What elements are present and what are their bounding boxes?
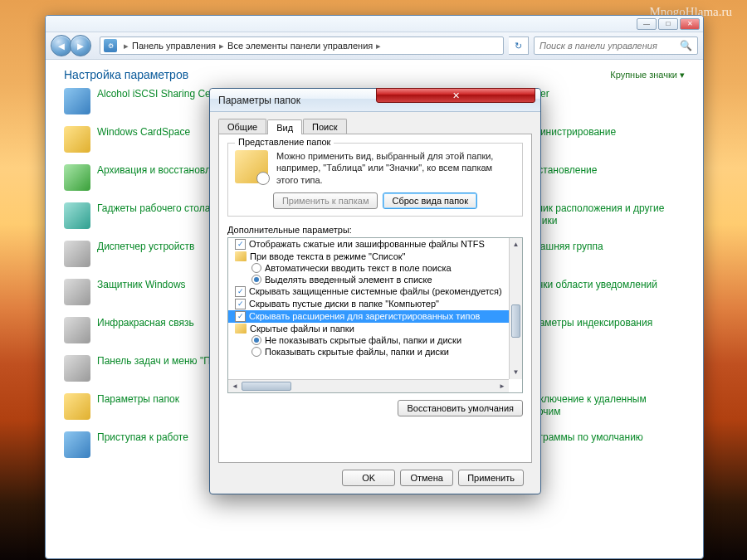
applet-link[interactable]: Защитник Windows: [97, 279, 186, 291]
scroll-down-icon[interactable]: ▼: [510, 366, 522, 379]
radio-icon[interactable]: [251, 335, 261, 345]
folder-icon: [235, 150, 268, 183]
applet-icon: [64, 88, 90, 114]
restore-defaults-button[interactable]: Восстановить умолчания: [398, 400, 523, 416]
tree-row[interactable]: При вводе текста в режиме "Список": [228, 251, 522, 262]
tab-search[interactable]: Поиск: [303, 119, 346, 134]
tree-row[interactable]: Показывать скрытые файлы, папки и диски: [228, 346, 522, 358]
tree-row-label: Показывать скрытые файлы, папки и диски: [265, 347, 449, 357]
tree-row-label: Скрытые файлы и папки: [250, 324, 354, 334]
cancel-button[interactable]: Отмена: [400, 470, 453, 486]
tree-row-label: Скрывать защищенные системные файлы (рек…: [249, 286, 502, 296]
radio-icon[interactable]: [251, 275, 261, 285]
vertical-scrollbar[interactable]: ▲ ▼: [509, 238, 522, 379]
checkbox-icon[interactable]: ✓: [235, 299, 246, 309]
applet-icon: [64, 355, 90, 382]
apply-to-folders-button[interactable]: Применить к папкам: [273, 192, 378, 209]
scroll-left-icon[interactable]: ◄: [228, 382, 242, 390]
applet-link[interactable]: Параметры папок: [97, 393, 179, 406]
applet-link[interactable]: Инфракрасная связь: [97, 317, 194, 329]
folder-views-fieldset: Представление папок Можно применить вид,…: [227, 143, 523, 217]
nav-toolbar: ◄ ► ⚙ ▸ Панель управления ▸ Все элементы…: [46, 32, 703, 60]
tree-row-label: При вводе текста в режиме "Список": [250, 251, 405, 261]
tab-view[interactable]: Вид: [267, 119, 302, 134]
folder-options-dialog: Параметры папок ✕ Общие Вид Поиск Предст…: [209, 88, 541, 494]
folder-icon: [235, 324, 247, 334]
fieldset-description: Можно применить вид, выбранный для этой …: [276, 150, 515, 186]
breadcrumb[interactable]: ⚙ ▸ Панель управления ▸ Все элементы пан…: [100, 37, 504, 55]
tree-row[interactable]: ✓Скрывать пустые диски в папке "Компьюте…: [228, 298, 522, 310]
applet-link[interactable]: Alcohol iSCSI Sharing Center: [97, 88, 227, 100]
advanced-label: Дополнительные параметры:: [227, 225, 523, 235]
tree-row-label: Отображать сжатые или зашифрованные файл…: [249, 239, 485, 249]
applet-icon: [64, 126, 90, 153]
scroll-thumb[interactable]: [242, 382, 291, 391]
close-button[interactable]: ✕: [680, 18, 700, 30]
breadcrumb-part[interactable]: Панель управления: [132, 41, 216, 51]
search-icon: 🔍: [680, 40, 692, 51]
maximize-button[interactable]: □: [658, 18, 678, 30]
applet-link[interactable]: Значки области уведомлений: [521, 279, 657, 291]
dialog-title: Параметры папок: [218, 95, 376, 106]
applet-link[interactable]: Гаджеты рабочего стола: [97, 202, 210, 215]
search-input[interactable]: [540, 41, 680, 51]
tree-row-label: Выделять введенный элемент в списке: [265, 275, 432, 285]
tree-row[interactable]: ✓Отображать сжатые или зашифрованные фай…: [228, 238, 522, 251]
applet-link[interactable]: Диспетчер устройств: [97, 241, 194, 253]
folder-icon: [235, 251, 247, 261]
tree-row-label: Скрывать пустые диски в папке "Компьютер…: [249, 299, 439, 309]
close-icon[interactable]: ✕: [376, 88, 535, 103]
tree-row[interactable]: ✓Скрывать расширения для зарегистрирован…: [228, 310, 522, 323]
window-titlebar: — □ ✕: [46, 16, 703, 32]
dialog-titlebar[interactable]: Параметры папок ✕: [210, 89, 540, 112]
tree-row[interactable]: Автоматически вводить текст в поле поиск…: [228, 262, 522, 274]
radio-icon[interactable]: [251, 263, 261, 273]
breadcrumb-part[interactable]: Все элементы панели управления: [227, 41, 373, 51]
chevron-right-icon: ▸: [376, 41, 381, 51]
applet-link[interactable]: Приступая к работе: [97, 431, 188, 444]
tree-row[interactable]: ✓Скрывать защищенные системные файлы (ре…: [228, 285, 522, 298]
apply-button[interactable]: Применить: [458, 470, 524, 486]
applet-icon: [64, 279, 90, 305]
minimize-button[interactable]: —: [637, 18, 657, 30]
checkbox-icon[interactable]: ✓: [235, 286, 246, 297]
control-panel-icon: ⚙: [104, 39, 117, 52]
applet-icon: [64, 202, 90, 229]
search-box[interactable]: 🔍: [534, 37, 698, 55]
applet-link[interactable]: Подключение к удаленным рабочим: [521, 393, 685, 418]
reset-folders-button[interactable]: Сброс вида папок: [383, 192, 477, 209]
radio-icon[interactable]: [251, 347, 261, 357]
page-title: Настройка параметров: [64, 68, 188, 81]
checkbox-icon[interactable]: ✓: [235, 311, 246, 322]
refresh-button[interactable]: ↻: [509, 37, 529, 55]
chevron-right-icon: ▸: [124, 41, 129, 51]
applet-icon: [64, 317, 90, 343]
ok-button[interactable]: OK: [342, 470, 395, 486]
advanced-settings-tree[interactable]: ✓Отображать сжатые или зашифрованные фай…: [227, 237, 523, 393]
chevron-right-icon: ▸: [219, 41, 224, 51]
tree-row[interactable]: Скрытые файлы и папки: [228, 323, 522, 334]
tree-row-label: Скрывать расширения для зарегистрированн…: [249, 311, 480, 321]
tab-general[interactable]: Общие: [218, 119, 266, 134]
applet-icon: [64, 164, 90, 191]
applet-link[interactable]: Датчик расположения и другие датчики: [521, 202, 685, 227]
tree-row[interactable]: Не показывать скрытые файлы, папки и дис…: [228, 334, 522, 346]
scroll-right-icon[interactable]: ►: [496, 382, 509, 390]
applet-link[interactable]: Windows CardSpace: [97, 126, 190, 139]
applet-icon: [64, 431, 90, 458]
tree-row-label: Автоматически вводить текст в поле поиск…: [265, 263, 452, 273]
fieldset-legend: Представление папок: [235, 137, 334, 147]
view-by-link[interactable]: Крупные значки ▾: [610, 70, 685, 80]
scroll-thumb[interactable]: [511, 304, 520, 338]
horizontal-scrollbar[interactable]: ◄ ►: [228, 379, 509, 392]
applet-icon: [64, 241, 90, 267]
scroll-up-icon[interactable]: ▲: [510, 238, 522, 251]
tree-row[interactable]: Выделять введенный элемент в списке: [228, 274, 522, 285]
tree-row-label: Не показывать скрытые файлы, папки и дис…: [265, 335, 461, 345]
forward-button[interactable]: ►: [70, 35, 91, 56]
checkbox-icon[interactable]: ✓: [235, 239, 246, 250]
applet-icon: [64, 393, 90, 420]
